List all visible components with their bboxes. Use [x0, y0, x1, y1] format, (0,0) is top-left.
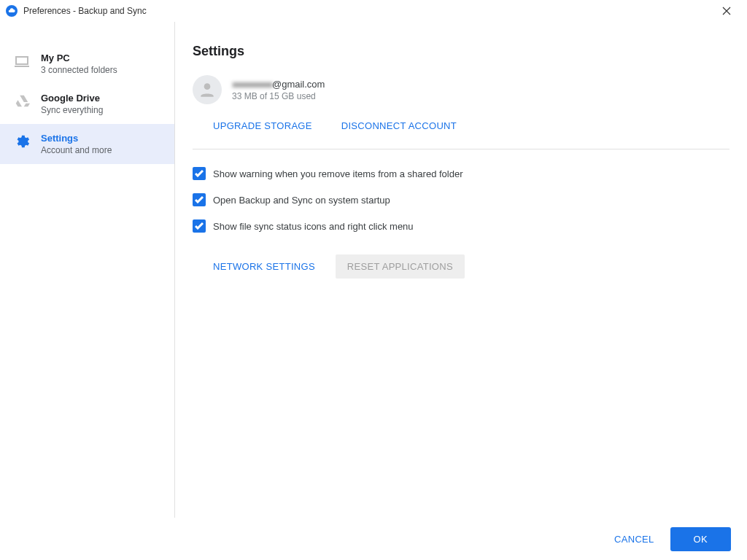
checkbox-label: Open Backup and Sync on system startup [213, 195, 390, 206]
checkbox-label: Show file sync status icons and right cl… [213, 221, 414, 232]
laptop-icon [13, 52, 31, 70]
page-title: Settings [193, 44, 729, 59]
svg-point-1 [204, 83, 211, 90]
account-row: xxxxxxxxxxx@gmail.com 33 MB of 15 GB use… [193, 75, 729, 104]
sidebar-item-title: Google Drive [41, 93, 103, 104]
sidebar-item-subtitle: Sync everything [41, 105, 103, 115]
window-title: Preferences - Backup and Sync [23, 6, 712, 16]
sidebar-item-title: My PC [41, 52, 117, 63]
ok-button[interactable]: OK [670, 527, 731, 551]
drive-icon [13, 93, 31, 110]
checkbox-row-startup: Open Backup and Sync on system startup [193, 193, 729, 206]
sidebar-item-subtitle: Account and more [41, 145, 112, 155]
checkbox-row-status-icons: Show file sync status icons and right cl… [193, 219, 729, 233]
app-cloud-icon [6, 5, 18, 17]
titlebar: Preferences - Backup and Sync [0, 0, 747, 22]
sidebar-item-settings[interactable]: Settings Account and more [0, 124, 174, 164]
footer: CANCEL OK [0, 518, 747, 560]
main-panel: Settings xxxxxxxxxxx@gmail.com 33 MB of … [175, 22, 747, 518]
gear-icon [13, 133, 31, 150]
checkbox-label: Show warning when you remove items from … [213, 168, 463, 179]
network-settings-button[interactable]: NETWORK SETTINGS [213, 261, 315, 272]
checkbox-startup[interactable] [193, 193, 206, 206]
disconnect-account-button[interactable]: DISCONNECT ACCOUNT [341, 120, 457, 131]
close-button[interactable] [712, 1, 741, 21]
upgrade-storage-button[interactable]: UPGRADE STORAGE [213, 120, 312, 131]
sidebar-item-my-pc[interactable]: My PC 3 connected folders [0, 44, 174, 84]
account-email: xxxxxxxxxxx@gmail.com [232, 79, 325, 90]
sidebar-item-google-drive[interactable]: Google Drive Sync everything [0, 84, 174, 124]
storage-usage: 33 MB of 15 GB used [232, 91, 325, 101]
checkbox-shared-warning[interactable] [193, 167, 206, 180]
avatar [193, 75, 222, 104]
close-icon [722, 7, 731, 15]
checkbox-status-icons[interactable] [193, 219, 206, 233]
checkbox-row-shared-warning: Show warning when you remove items from … [193, 167, 729, 180]
sidebar-item-title: Settings [41, 133, 112, 144]
sidebar-item-subtitle: 3 connected folders [41, 65, 117, 75]
divider [193, 149, 729, 149]
reset-applications-button[interactable]: RESET APPLICATIONS [336, 254, 465, 279]
sidebar: My PC 3 connected folders Google Drive S… [0, 22, 175, 518]
cancel-button[interactable]: CANCEL [614, 534, 654, 545]
